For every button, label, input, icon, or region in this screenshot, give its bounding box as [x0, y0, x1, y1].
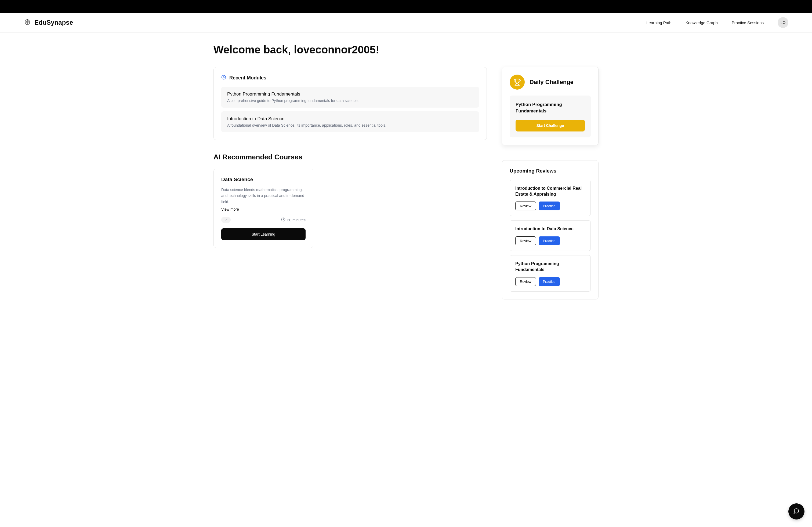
- daily-challenge-content: Python Programming Fundamentals Start Ch…: [510, 95, 591, 137]
- user-avatar[interactable]: LO: [778, 17, 788, 28]
- course-description: Data science blends mathematics, program…: [221, 187, 306, 205]
- review-item-actions: Review Practice: [515, 236, 585, 245]
- module-title: Python Programming Fundamentals: [227, 91, 473, 97]
- review-button[interactable]: Review: [515, 236, 536, 245]
- upcoming-reviews-card: Upcoming Reviews Introduction to Commerc…: [502, 160, 598, 299]
- recent-modules-card: Recent Modules Python Programming Fundam…: [214, 67, 487, 140]
- course-card: Data Science Data science blends mathema…: [214, 169, 313, 248]
- main-content: Welcome back, loveconnor2005! Recent Mod…: [190, 32, 622, 323]
- module-item[interactable]: Introduction to Data Science A foundatio…: [221, 111, 479, 132]
- review-item-title: Introduction to Commercial Real Estate &…: [515, 185, 585, 197]
- left-column: Welcome back, loveconnor2005! Recent Mod…: [214, 44, 487, 299]
- daily-challenge-card: Daily Challenge Python Programming Funda…: [502, 67, 598, 145]
- review-item-actions: Review Practice: [515, 277, 585, 286]
- module-description: A comprehensive guide to Python programm…: [227, 99, 473, 103]
- review-item: Python Programming Fundamentals Review P…: [510, 255, 591, 292]
- brand-name: EduSynapse: [34, 19, 73, 26]
- duration-text: 30 minutes: [287, 218, 306, 222]
- practice-button[interactable]: Practice: [539, 236, 560, 245]
- main-nav: Learning Path Knowledge Graph Practice S…: [646, 17, 788, 28]
- top-black-bar: [0, 0, 812, 13]
- brain-icon: [24, 19, 31, 26]
- lesson-count-badge: 7: [221, 217, 231, 223]
- recent-modules-header: Recent Modules: [221, 75, 479, 81]
- review-item-actions: Review Practice: [515, 201, 585, 210]
- start-learning-button[interactable]: Start Learning: [221, 228, 306, 240]
- right-column: Daily Challenge Python Programming Funda…: [502, 67, 598, 299]
- daily-challenge-title: Daily Challenge: [530, 79, 574, 86]
- nav-knowledge-graph[interactable]: Knowledge Graph: [685, 20, 718, 25]
- review-button[interactable]: Review: [515, 277, 536, 286]
- course-meta: 7 30 minutes: [221, 217, 306, 223]
- review-item: Introduction to Commercial Real Estate &…: [510, 180, 591, 216]
- daily-challenge-header: Daily Challenge: [510, 75, 591, 90]
- module-item[interactable]: Python Programming Fundamentals A compre…: [221, 87, 479, 108]
- module-description: A foundational overview of Data Science,…: [227, 123, 473, 127]
- view-more-link[interactable]: View more: [221, 207, 239, 211]
- clock-icon: [281, 217, 286, 223]
- review-item: Introduction to Data Science Review Prac…: [510, 220, 591, 251]
- clock-icon: [221, 75, 226, 81]
- review-item-title: Python Programming Fundamentals: [515, 261, 585, 273]
- brand-logo[interactable]: EduSynapse: [24, 19, 73, 26]
- review-button[interactable]: Review: [515, 201, 536, 210]
- recommended-section-title: AI Recommended Courses: [214, 153, 487, 161]
- practice-button[interactable]: Practice: [539, 201, 560, 210]
- practice-button[interactable]: Practice: [539, 277, 560, 286]
- review-item-title: Introduction to Data Science: [515, 226, 585, 232]
- welcome-heading: Welcome back, loveconnor2005!: [214, 44, 487, 56]
- daily-challenge-topic: Python Programming Fundamentals: [516, 102, 585, 114]
- module-title: Introduction to Data Science: [227, 116, 473, 122]
- trophy-icon: [510, 75, 525, 90]
- recent-modules-title: Recent Modules: [229, 75, 266, 81]
- course-title: Data Science: [221, 177, 306, 182]
- nav-learning-path[interactable]: Learning Path: [646, 20, 671, 25]
- site-header: EduSynapse Learning Path Knowledge Graph…: [0, 13, 812, 32]
- upcoming-reviews-title: Upcoming Reviews: [510, 168, 591, 174]
- course-duration: 30 minutes: [281, 217, 306, 223]
- start-challenge-button[interactable]: Start Challenge: [516, 120, 585, 132]
- nav-practice-sessions[interactable]: Practice Sessions: [732, 20, 764, 25]
